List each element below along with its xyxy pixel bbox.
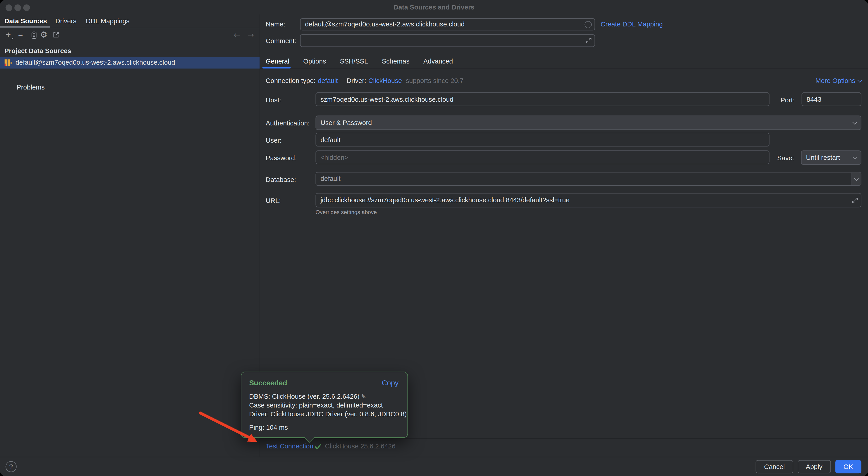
- connection-tabs: General Options SSH/SSL Schemas Advanced: [266, 58, 453, 65]
- port-input[interactable]: [802, 93, 861, 106]
- data-source-item-label: default@szm7oqed0o.us-west-2.aws.clickho…: [16, 57, 175, 68]
- popup-notch: [305, 433, 314, 443]
- database-combobox[interactable]: default: [315, 172, 861, 186]
- arrow-right-icon: →: [248, 31, 254, 39]
- connection-type-label: Connection type:: [266, 77, 315, 84]
- tab-advanced[interactable]: Advanced: [423, 58, 453, 65]
- add-data-source-button[interactable]: +: [3, 29, 14, 40]
- active-inner-tab-indicator: [262, 67, 291, 68]
- active-tab-indicator: [0, 26, 50, 28]
- tab-ddl-mappings[interactable]: DDL Mappings: [86, 17, 129, 25]
- comment-input[interactable]: [301, 35, 594, 46]
- database-label: Database:: [266, 176, 296, 183]
- external-link-icon: [52, 31, 60, 39]
- window-title: Data Sources and Drivers: [0, 3, 868, 11]
- remove-data-source-button[interactable]: −: [15, 29, 26, 40]
- inner-tabbar-divider: [260, 68, 868, 69]
- data-source-list-item[interactable]: default@szm7oqed0o.us-west-2.aws.clickho…: [0, 57, 259, 68]
- cancel-button[interactable]: Cancel: [756, 460, 793, 473]
- tab-ssh-ssl[interactable]: SSH/SSL: [340, 58, 368, 65]
- help-button[interactable]: ?: [5, 461, 17, 472]
- edit-pencil-icon[interactable]: ✎: [361, 393, 366, 400]
- comment-label: Comment:: [266, 37, 296, 45]
- arrow-left-icon: ←: [234, 31, 240, 39]
- back-button[interactable]: ←: [231, 29, 243, 40]
- save-value: Until restart: [806, 154, 853, 161]
- user-field[interactable]: [315, 133, 769, 146]
- url-label: URL:: [266, 197, 281, 205]
- popup-case-line: Case sensitivity: plain=exact, delimited…: [249, 401, 383, 409]
- minus-icon: −: [18, 30, 23, 39]
- host-input[interactable]: [316, 93, 769, 106]
- popup-copy-link[interactable]: Copy: [382, 379, 399, 387]
- more-options-label: More Options: [815, 77, 855, 84]
- tab-schemas[interactable]: Schemas: [382, 58, 409, 65]
- titlebar: Data Sources and Drivers: [0, 0, 868, 14]
- question-mark-icon: ?: [9, 463, 13, 471]
- url-note: Overrides settings above: [315, 209, 377, 215]
- forward-button[interactable]: →: [245, 29, 256, 40]
- host-label: Host:: [266, 96, 281, 104]
- name-field[interactable]: [300, 18, 595, 31]
- plus-icon: +: [6, 31, 11, 39]
- success-check-icon: [314, 443, 322, 450]
- popup-dbms-text: DBMS: ClickHouse (ver. 25.6.2.6426): [249, 393, 360, 400]
- save-label: Save:: [777, 155, 794, 162]
- url-field[interactable]: [315, 193, 861, 207]
- password-label: Password:: [266, 155, 297, 162]
- footer-bar: ? Cancel Apply OK: [0, 457, 868, 476]
- host-field[interactable]: [315, 93, 769, 106]
- loading-circle-icon: [585, 21, 592, 28]
- clickhouse-icon: [4, 59, 12, 66]
- popup-dbms-line: DBMS: ClickHouse (ver. 25.6.2.6426) ✎: [249, 393, 366, 400]
- user-label: User:: [266, 137, 281, 144]
- tab-general[interactable]: General: [266, 58, 289, 65]
- popup-title: Succeeded: [249, 379, 287, 387]
- popup-driver-line: Driver: ClickHouse JDBC Driver (ver. 0.8…: [249, 410, 407, 418]
- problems-node[interactable]: Problems: [17, 83, 44, 91]
- tab-drivers[interactable]: Drivers: [56, 17, 76, 25]
- password-field[interactable]: [315, 150, 769, 164]
- create-ddl-mapping-link[interactable]: Create DDL Mapping: [600, 21, 663, 28]
- port-label: Port:: [780, 96, 795, 104]
- chevron-down-icon: [857, 77, 862, 82]
- name-input[interactable]: [301, 19, 594, 30]
- combo-arrow-cell[interactable]: [851, 172, 861, 185]
- driver-note: supports since 20.7: [406, 77, 464, 84]
- authentication-label: Authentication:: [266, 120, 310, 127]
- tab-data-sources[interactable]: Data Sources: [4, 17, 47, 25]
- save-dropdown[interactable]: Until restart: [801, 150, 862, 165]
- authentication-dropdown[interactable]: User & Password: [315, 115, 861, 130]
- ok-button[interactable]: OK: [835, 460, 862, 473]
- annotation-arrow: [0, 0, 868, 476]
- succeeded-popup: Succeeded Copy DBMS: ClickHouse (ver. 25…: [241, 372, 408, 438]
- database-value: default: [320, 172, 340, 185]
- driver-value-link[interactable]: ClickHouse: [368, 77, 402, 84]
- comment-field[interactable]: [300, 34, 595, 47]
- more-options-link[interactable]: More Options: [815, 77, 862, 84]
- settings-button[interactable]: ⚙: [38, 29, 49, 40]
- data-sources-dialog: Data Sources and Drivers Data Sources Dr…: [0, 0, 868, 476]
- test-connection-status: ClickHouse 25.6.2.6426: [325, 442, 396, 450]
- popup-ping-line: Ping: 104 ms: [249, 423, 288, 431]
- tabbar-divider: [0, 28, 259, 28]
- test-strip-divider: [260, 439, 868, 439]
- dropdown-corner-icon: [11, 37, 13, 39]
- chevron-down-icon: [852, 155, 857, 159]
- open-in-new-button[interactable]: [51, 29, 62, 40]
- authentication-value: User & Password: [320, 119, 853, 127]
- chevron-down-icon: [854, 176, 859, 181]
- expand-icon[interactable]: [852, 197, 858, 203]
- tab-options[interactable]: Options: [303, 58, 326, 65]
- apply-button[interactable]: Apply: [797, 460, 831, 473]
- port-field[interactable]: [802, 93, 861, 106]
- test-connection-link[interactable]: Test Connection: [266, 442, 313, 450]
- password-input[interactable]: [316, 151, 769, 164]
- connection-type-value-link[interactable]: default: [318, 77, 338, 84]
- user-input[interactable]: [316, 133, 769, 146]
- expand-icon[interactable]: [586, 37, 592, 44]
- driver-label: Driver:: [347, 77, 366, 84]
- project-data-sources-header: Project Data Sources: [4, 47, 71, 55]
- duplicate-button[interactable]: [28, 29, 39, 40]
- url-input[interactable]: [316, 194, 861, 207]
